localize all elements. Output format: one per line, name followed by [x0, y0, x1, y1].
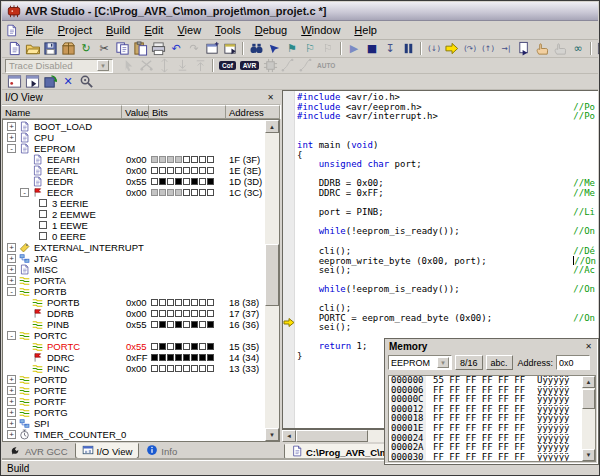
bit-square[interactable] [151, 167, 158, 174]
memory-scrollbar[interactable]: ▲ ▼ [582, 376, 595, 461]
print-icon[interactable] [149, 41, 167, 56]
bit-square[interactable] [183, 189, 190, 196]
step-out-icon[interactable]: (↑) [479, 41, 497, 56]
bit-square[interactable] [175, 178, 182, 185]
go-to-icon[interactable] [265, 41, 283, 56]
io-row-portc[interactable]: PORTC0x5515 (35) [3, 341, 265, 352]
bit-square[interactable] [199, 365, 206, 372]
menu-window[interactable]: Window [294, 22, 347, 38]
scroll-left-button[interactable]: ◄ [282, 430, 296, 442]
bit-checkbox[interactable] [39, 210, 47, 218]
register-bits[interactable] [151, 156, 215, 163]
scroll-thumb[interactable] [582, 389, 595, 409]
io-row-3-eerie[interactable]: 3 EERIE [3, 198, 265, 209]
bit-square[interactable] [199, 167, 206, 174]
avr-badge[interactable]: AVR [240, 61, 259, 70]
io-row-jtag[interactable]: +JTAG [3, 253, 265, 264]
column-bits[interactable]: Bits [149, 105, 226, 119]
bit-square[interactable] [175, 189, 182, 196]
bit-square[interactable] [183, 156, 190, 163]
expand-icon[interactable]: + [7, 122, 16, 131]
io-row-timer_counter_0[interactable]: +TIMER_COUNTER_0 [3, 429, 265, 440]
bit-square[interactable] [167, 343, 174, 350]
tab-i-o-view[interactable]: I/O View [75, 443, 140, 459]
bit-square[interactable] [191, 299, 198, 306]
expand-icon[interactable]: + [7, 419, 16, 428]
pause-icon[interactable] [399, 41, 417, 56]
bit-square[interactable] [175, 343, 182, 350]
bit-checkbox[interactable] [39, 232, 47, 240]
menu-project[interactable]: Project [51, 22, 99, 38]
expand-icon[interactable]: + [7, 397, 16, 406]
chevron-down-icon[interactable]: ▾ [97, 60, 109, 71]
bit-square[interactable] [207, 343, 214, 350]
run-to-cursor-icon[interactable]: →| [497, 41, 515, 56]
save-file-icon[interactable] [41, 41, 59, 56]
bit-square[interactable] [151, 310, 158, 317]
bit-checkbox[interactable] [39, 221, 47, 229]
bit-square[interactable] [183, 310, 190, 317]
quickwatch-icon[interactable]: ∞ [569, 41, 587, 56]
io-row-misc[interactable]: +MISC [3, 264, 265, 275]
bit-square[interactable] [159, 343, 166, 350]
hscroll-thumb[interactable] [296, 430, 368, 442]
bit-square[interactable] [191, 354, 198, 361]
io-row-eeprom[interactable]: -EEPROM [3, 143, 265, 154]
scroll-thumb[interactable] [265, 244, 279, 306]
expand-icon[interactable]: + [7, 386, 16, 395]
bit-square[interactable] [175, 365, 182, 372]
memory-window-header[interactable]: Memory ✕ [385, 339, 598, 353]
bit-square[interactable] [207, 354, 214, 361]
menu-file[interactable]: File [19, 22, 51, 38]
bit-square[interactable] [183, 178, 190, 185]
step-over-icon[interactable]: (↷) [461, 41, 479, 56]
step-into-icon[interactable]: (↓) [425, 41, 443, 56]
bit-square[interactable] [183, 299, 190, 306]
open-file-icon[interactable] [23, 41, 41, 56]
bit-square[interactable] [159, 156, 166, 163]
cut-icon[interactable]: ✂ [95, 41, 113, 56]
bit-square[interactable] [199, 321, 206, 328]
io-row-eedr[interactable]: EEDR0x551D (3D) [3, 176, 265, 187]
copy-icon[interactable] [113, 41, 131, 56]
io-row-external_interrupt[interactable]: +EXTERNAL_INTERRUPT [3, 242, 265, 253]
project-wizard-icon[interactable] [5, 74, 23, 89]
register-bits[interactable] [151, 365, 215, 372]
close-memory-button[interactable]: ✕ [582, 341, 595, 353]
bit-square[interactable] [207, 178, 214, 185]
tab-avr-gcc[interactable]: AVR GCC [4, 443, 74, 459]
bit-square[interactable] [207, 365, 214, 372]
bit-square[interactable] [159, 167, 166, 174]
bit-square[interactable] [167, 167, 174, 174]
bit-square[interactable] [167, 365, 174, 372]
rebuild-icon[interactable]: ↻ [77, 41, 95, 56]
trace-mode-select[interactable]: Trace Disabled ▾ [5, 59, 113, 73]
io-row-portb[interactable]: -PORTB [3, 286, 265, 297]
bit-square[interactable] [159, 365, 166, 372]
menu-help[interactable]: Help [347, 22, 384, 38]
auto-step-icon[interactable] [515, 41, 533, 56]
bit-square[interactable] [151, 343, 158, 350]
bit-square[interactable] [199, 156, 206, 163]
bit-square[interactable] [191, 365, 198, 372]
stop-icon[interactable]: ■ [363, 41, 381, 56]
register-bits[interactable] [151, 189, 215, 196]
bit-square[interactable] [183, 343, 190, 350]
register-bits[interactable] [151, 354, 215, 361]
bit-square[interactable] [151, 354, 158, 361]
bit-square[interactable] [191, 343, 198, 350]
undo-icon[interactable]: ↶ [167, 41, 185, 56]
next-bookmark-icon[interactable]: ⚐ [301, 41, 319, 56]
project-run-icon[interactable] [23, 74, 41, 89]
bit-checkbox[interactable] [39, 199, 47, 207]
run-icon[interactable]: ▶ [345, 41, 363, 56]
column-address[interactable]: Address [226, 105, 280, 119]
simulator-options-icon[interactable] [77, 74, 95, 89]
watch-window-icon[interactable] [595, 41, 600, 56]
show-next-statement-icon[interactable] [443, 41, 461, 56]
program-device-icon[interactable] [41, 74, 59, 89]
chevron-down-icon[interactable]: ▾ [437, 357, 449, 368]
ascii-button[interactable]: abc. [486, 355, 513, 370]
bit-square[interactable] [151, 365, 158, 372]
column-value[interactable]: Value [122, 105, 149, 119]
